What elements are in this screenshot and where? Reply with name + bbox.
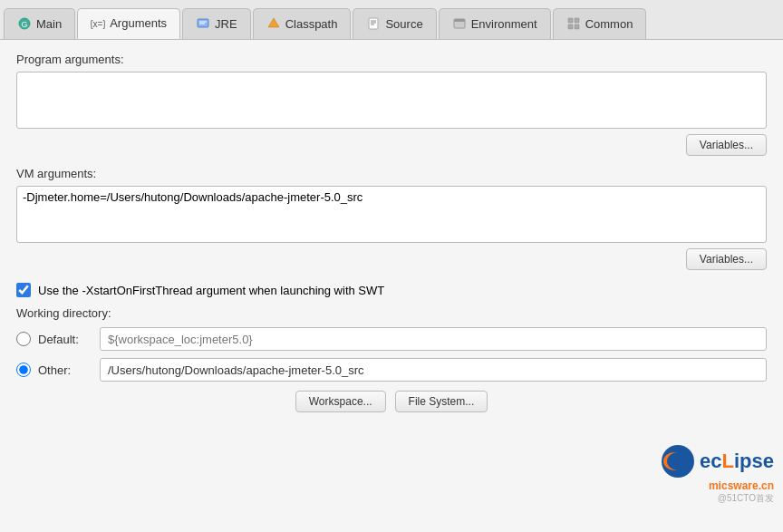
csdn-text: @51CTO首发 [718, 492, 774, 505]
eclipse-logo-icon [660, 443, 696, 479]
classpath-icon [266, 16, 281, 31]
environment-icon [452, 16, 467, 31]
xstart-checkbox[interactable] [16, 283, 31, 297]
tab-jre[interactable]: JRE [182, 8, 251, 39]
tab-common[interactable]: Common [553, 8, 647, 39]
tab-classpath-label: Classpath [285, 17, 338, 31]
default-radio-label: Default: [38, 333, 92, 346]
svg-text:G: G [21, 20, 27, 29]
bottom-buttons-row: Workspace... File System... [16, 391, 767, 412]
svg-rect-7 [369, 18, 378, 29]
default-directory-input[interactable] [100, 327, 767, 351]
vm-arguments-label: VM arguments: [16, 167, 767, 180]
program-variables-row: Variables... [16, 134, 767, 156]
tab-arguments[interactable]: {x=} Arguments [77, 8, 180, 39]
tab-environment[interactable]: Environment [439, 8, 551, 39]
eclipse-logo: ecLipse [660, 443, 774, 479]
working-directory-label: Working directory: [16, 306, 767, 320]
arguments-icon: {x=} [91, 16, 105, 31]
program-arguments-section: Program arguments: Variables... [16, 53, 767, 156]
tab-source-label: Source [385, 17, 422, 31]
other-radio-row: Other: [16, 358, 767, 382]
svg-marker-6 [268, 18, 279, 27]
program-arguments-input[interactable] [23, 76, 760, 121]
xstart-label: Use the -XstartOnFirstThread argument wh… [38, 284, 384, 297]
svg-rect-13 [568, 18, 573, 23]
jre-icon [196, 16, 210, 31]
other-radio-label: Other: [38, 363, 92, 377]
tab-jre-label: JRE [215, 17, 237, 31]
source-icon [366, 16, 381, 31]
tab-main[interactable]: G Main [4, 8, 75, 39]
svg-rect-12 [454, 19, 465, 22]
default-radio[interactable] [16, 332, 31, 346]
svg-rect-15 [568, 24, 573, 29]
watermark: ecLipse micsware.cn @51CTO首发 [660, 443, 774, 505]
eclipse-brand-text: ecLipse [700, 450, 774, 473]
tab-environment-label: Environment [471, 17, 537, 31]
vm-arguments-wrapper [16, 186, 767, 243]
file-system-button[interactable]: File System... [395, 391, 488, 412]
program-arguments-wrapper [16, 72, 767, 129]
xstart-checkbox-row: Use the -XstartOnFirstThread argument wh… [16, 283, 767, 297]
svg-rect-16 [575, 24, 579, 29]
vm-arguments-input[interactable] [23, 190, 760, 236]
svg-point-19 [667, 452, 689, 470]
vm-variables-row: Variables... [16, 248, 767, 270]
tab-source[interactable]: Source [353, 8, 436, 39]
svg-text:{x=}: {x=} [91, 19, 105, 29]
vm-variables-button[interactable]: Variables... [686, 248, 767, 270]
common-icon [566, 16, 581, 31]
tab-common-label: Common [585, 17, 633, 31]
default-radio-row: Default: [16, 327, 767, 351]
workspace-button[interactable]: Workspace... [295, 391, 386, 412]
tab-classpath[interactable]: Classpath [253, 8, 352, 39]
tab-main-label: Main [36, 17, 62, 31]
other-directory-input[interactable] [100, 358, 767, 382]
main-icon: G [17, 16, 32, 31]
program-variables-button[interactable]: Variables... [686, 134, 767, 156]
tab-bar: G Main {x=} Arguments JRE Classpath [0, 0, 783, 40]
vm-arguments-section: VM arguments: Variables... [16, 167, 767, 270]
svg-rect-14 [575, 18, 579, 23]
tab-arguments-label: Arguments [110, 16, 167, 30]
program-arguments-label: Program arguments: [16, 53, 767, 66]
working-directory-section: Working directory: Default: Other: Works… [16, 306, 767, 412]
other-radio[interactable] [16, 363, 31, 377]
micsware-text: micsware.cn [709, 479, 774, 492]
